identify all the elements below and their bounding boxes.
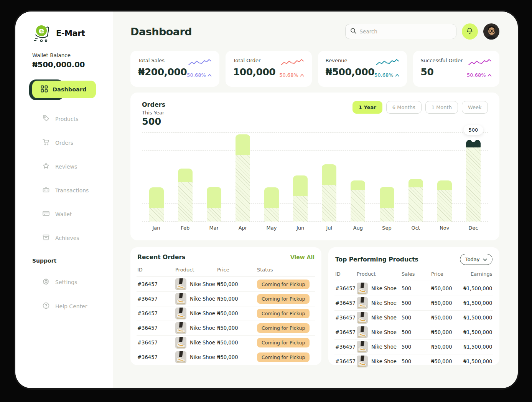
order-id: #36457 (137, 325, 175, 331)
x-axis-label: Mar (199, 225, 228, 231)
sidebar-item-dashboard[interactable]: Dashboard (32, 81, 96, 98)
sidebar-item-orders[interactable]: Orders (42, 138, 113, 147)
table-row[interactable]: #36457 Nike Shoe ₦50,000 Coming for Pick… (137, 291, 315, 306)
period-button-6-months[interactable]: 6 Months (386, 101, 422, 114)
sidebar-item-settings[interactable]: Settings (42, 278, 113, 286)
product-name: Nike Shoe (371, 329, 397, 335)
table-row[interactable]: #36457 Nike Shoe 500 ₦50,000 ₦1,500,000 (334, 310, 493, 325)
table-row[interactable]: #36457 Nike Shoe ₦50,000 Coming for Pick… (137, 335, 315, 350)
sidebar-item-label: Transactions (55, 187, 89, 194)
product-name: Nike Shoe (190, 325, 215, 331)
product-earnings: ₦1,500,000 (463, 315, 492, 321)
search-box[interactable] (345, 24, 456, 39)
period-button-1-month[interactable]: 1 Month (425, 101, 458, 114)
stat-label: Total Sales (138, 58, 187, 63)
wallet-balance-value: ₦500,000.00 (32, 60, 113, 69)
sidebar-item-label: Reviews (55, 164, 77, 170)
table-row[interactable]: #36457 Nike Shoe 500 ₦50,000 ₦1,500,000 (334, 339, 493, 354)
wallet-balance-label: Wallet Balance (32, 52, 113, 58)
product-sales: 500 (402, 344, 431, 350)
sidebar-item-label: Achieves (55, 235, 79, 241)
period-button-1-year[interactable]: 1 Year (352, 101, 382, 114)
table-row[interactable]: #36457 Nike Shoe 500 ₦50,000 ₦1,500,000 (334, 354, 493, 369)
sidebar-item-transactions[interactable]: Transactions (42, 186, 113, 195)
product-earnings: ₦1,500,000 (463, 344, 492, 350)
notifications-button[interactable] (462, 23, 478, 40)
bar-aug (344, 132, 372, 222)
chart-title: Orders (142, 101, 165, 108)
chart-period-buttons: 1 Year6 Months1 MonthWeek (352, 101, 488, 114)
chart-x-labels: JanFebMarAprMayJunJulAugSepOctNovDec (142, 225, 488, 231)
table-row[interactable]: #36457 Nike Shoe 500 ₦50,000 ₦1,500,000 (334, 325, 493, 339)
table-row[interactable]: #36457 Nike Shoe 500 ₦50,000 ₦1,500,000 (334, 296, 493, 310)
product-price: ₦50,000 (431, 359, 463, 364)
stat-card-successful-order: Successful Order 50 50.68% (413, 51, 499, 87)
product-image (357, 283, 368, 294)
sidebar-item-label: Settings (55, 279, 77, 285)
sparkline-icon (468, 58, 492, 70)
col-id: ID (137, 267, 175, 273)
table-row[interactable]: #36457 Nike Shoe ₦50,000 Coming for Pick… (137, 350, 315, 364)
x-axis-label: May (257, 225, 286, 231)
bar-nov (430, 132, 459, 222)
sidebar-item-reviews[interactable]: Reviews (42, 162, 113, 171)
product-name: Nike Shoe (371, 286, 397, 291)
order-id: #36457 (137, 281, 175, 287)
product-name: Nike Shoe (371, 344, 397, 350)
product-name: Nike Shoe (371, 315, 397, 321)
period-button-week[interactable]: Week (462, 101, 488, 114)
panel-title: Recent Orders (137, 254, 185, 261)
stat-label: Revenue (326, 58, 374, 63)
bell-icon (466, 27, 474, 36)
search-input[interactable] (360, 28, 451, 35)
grid-icon (41, 85, 48, 94)
user-avatar[interactable] (483, 23, 499, 40)
status-badge: Coming for Pickup (257, 338, 310, 347)
chevron-down-icon (483, 256, 487, 262)
product-image (175, 351, 186, 363)
sidebar-item-label: Products (55, 116, 78, 122)
col-sales: Sales (402, 271, 431, 277)
credit-card-icon (42, 210, 50, 218)
date-filter-dropdown[interactable]: Today (460, 254, 492, 265)
x-axis-label: Aug (344, 225, 372, 231)
table-row[interactable]: #36457 Nike Shoe ₦50,000 Coming for Pick… (137, 306, 315, 321)
sidebar-item-products[interactable]: Products (42, 114, 113, 123)
help-circle-icon (42, 302, 50, 311)
page-title: Dashboard (130, 26, 192, 38)
product-sales: 500 (402, 286, 431, 291)
table-row[interactable]: #36457 Nike Shoe 500 ₦50,000 ₦1,500,000 (334, 281, 493, 296)
product-earnings: ₦1,500,000 (463, 286, 492, 291)
stat-label: Successful Order (421, 58, 463, 63)
bar-oct (401, 132, 430, 222)
cart-icon (42, 138, 50, 147)
table-row[interactable]: #36457 Nike Shoe ₦50,000 Coming for Pick… (137, 277, 315, 291)
product-image (175, 278, 186, 290)
bar-jun (286, 132, 315, 222)
orders-bar-plot: 500 (142, 132, 488, 222)
e-mart-logo-icon: e (32, 24, 52, 43)
table-header: ID Product Sales Price Earnings (334, 271, 493, 281)
product-name: Nike Shoe (190, 296, 215, 302)
bar-value-tooltip: 500 (464, 125, 483, 135)
table-row[interactable]: #36457 Nike Shoe ₦50,000 Coming for Pick… (137, 321, 315, 335)
sidebar-item-achieves[interactable]: Achieves (42, 233, 113, 242)
product-image (175, 293, 186, 305)
view-all-link[interactable]: View All (290, 254, 315, 260)
sparkline-icon (188, 58, 212, 70)
product-sales: 500 (402, 315, 431, 321)
app-window: e E-Mart Wallet Balance ₦500,000.00 Dash… (15, 12, 518, 388)
sidebar-item-label: Orders (55, 140, 73, 146)
tag-icon (42, 114, 50, 123)
sidebar-item-help-center[interactable]: Help Center (42, 302, 113, 311)
product-price: ₦50,000 (431, 315, 463, 321)
bar-may (257, 132, 286, 222)
product-sales: 500 (402, 300, 431, 306)
col-status: Status (257, 267, 315, 273)
stat-card-revenue: Revenue ₦500,000 50.68% (318, 51, 407, 87)
stat-change: 50.68% (374, 72, 399, 78)
product-price: ₦50,000 (431, 329, 463, 335)
product-image (175, 337, 186, 349)
table-header: ID Product Price Status (137, 267, 315, 277)
sidebar-item-wallet[interactable]: Wallet (42, 210, 113, 218)
